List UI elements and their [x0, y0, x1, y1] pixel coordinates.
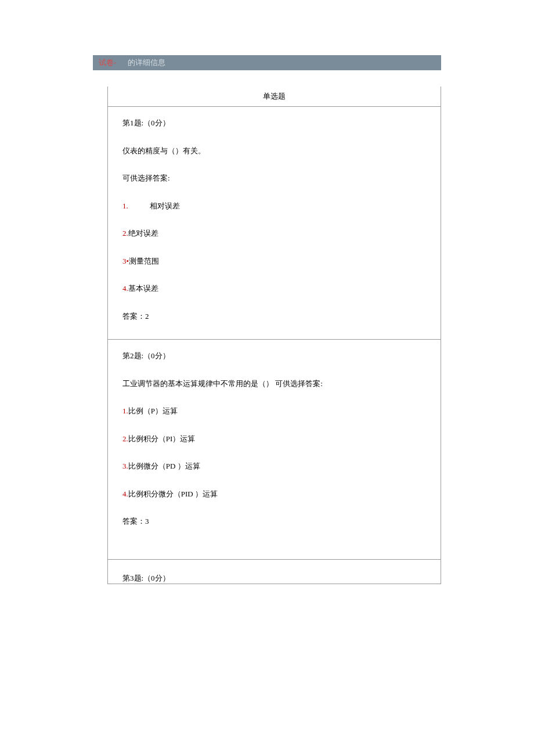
- q2-option-4-text: 比例积分微分（PID ）运算: [128, 489, 218, 498]
- q2-option-4-num: 4.: [122, 489, 128, 498]
- q2-option-2: 2.比例积分（PI）运算: [122, 433, 426, 445]
- q2-option-4: 4.比例积分微分（PID ）运算: [122, 488, 426, 500]
- q1-choices-label: 可供选择答案:: [122, 172, 426, 184]
- q1-option-3-text: 测量范围: [129, 257, 159, 265]
- q1-answer: 答案：2: [122, 311, 426, 322]
- q2-option-1-text: 比例（P）运算: [128, 406, 178, 415]
- q1-stem: 仪表的精度与（）有关。: [122, 145, 426, 157]
- q2-option-3: 3.比例微分（PD ）运算: [122, 460, 426, 472]
- q1-option-2-num: 2.: [122, 229, 128, 237]
- question-block-1: 第1题:（0分） 仪表的精度与（）有关。 可供选择答案: 1. 相对误差 2.绝…: [108, 107, 441, 340]
- header-right-text: 的详细信息: [128, 57, 165, 68]
- q2-answer-value: 3: [145, 517, 149, 525]
- q1-option-2-text: 绝对误差: [128, 229, 158, 237]
- q1-answer-label: 答案：: [122, 312, 145, 321]
- q2-option-2-text: 比例积分（PI）运算: [128, 434, 196, 443]
- q2-option-3-num: 3.: [122, 462, 128, 470]
- q1-option-1-text: 相对误差: [150, 201, 180, 210]
- q1-option-4-num: 4.: [122, 284, 128, 293]
- q1-option-4-text: 基本误差: [128, 284, 158, 293]
- q2-stem: 工业调节器的基本运算规律中不常用的是（） 可供选择答案:: [122, 378, 426, 390]
- content-wrapper: 单选题 第1题:（0分） 仪表的精度与（）有关。 可供选择答案: 1. 相对误差…: [107, 87, 441, 584]
- q1-option-3: 3•测量范围: [122, 255, 426, 267]
- q1-option-3-num: 3•: [122, 257, 129, 265]
- q1-answer-value: 2: [145, 312, 149, 321]
- header-left-text: 试卷-: [99, 57, 116, 68]
- q1-option-1-num: 1.: [122, 201, 128, 210]
- q2-title: 第2题:（0分）: [122, 350, 426, 362]
- q2-option-1-num: 1.: [122, 406, 128, 415]
- q1-option-2: 2.绝对误差: [122, 228, 426, 239]
- question-block-3: 第3题:（0分）: [108, 560, 441, 584]
- section-title: 单选题: [108, 87, 441, 107]
- q2-option-2-num: 2.: [122, 434, 128, 443]
- q1-title: 第1题:（0分）: [122, 117, 426, 129]
- q2-answer-label: 答案：: [122, 517, 145, 525]
- header-bar: 试卷- 的详细信息: [93, 55, 441, 70]
- q1-option-1: 1. 相对误差: [122, 200, 426, 212]
- q1-option-4: 4.基本误差: [122, 283, 426, 294]
- q2-option-3-text: 比例微分（PD ）运算: [128, 462, 200, 470]
- q3-title: 第3题:（0分）: [122, 573, 426, 584]
- page-container: 试卷- 的详细信息 单选题 第1题:（0分） 仪表的精度与（）有关。 可供选择答…: [0, 0, 534, 584]
- q2-answer: 答案：3: [122, 516, 426, 527]
- q2-option-1: 1.比例（P）运算: [122, 405, 426, 417]
- question-block-2: 第2题:（0分） 工业调节器的基本运算规律中不常用的是（） 可供选择答案: 1.…: [108, 340, 441, 560]
